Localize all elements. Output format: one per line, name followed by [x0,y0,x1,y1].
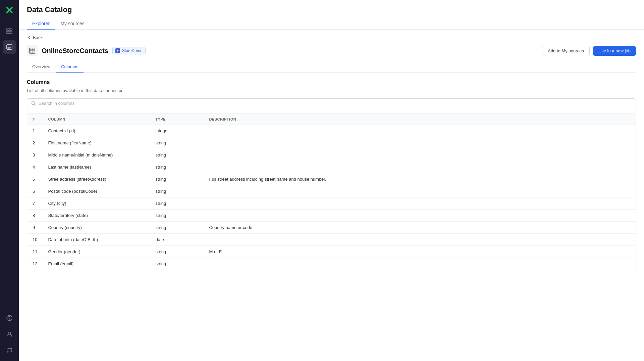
sidebar-item-dashboard[interactable] [3,24,16,38]
table-row: 7City (city)string [27,197,636,210]
cell-description [204,149,636,161]
cell-description [204,125,636,137]
table-row: 2First name (firstName)string [27,137,636,149]
cell-num: 6 [27,185,43,197]
cell-description [204,210,636,222]
cell-description [204,258,636,270]
table-row: 4Last name (lastName)string [27,161,636,173]
header-actions: Add to My sources Use in a new job [542,46,636,56]
cell-description: Country name or code. [204,222,636,234]
col-header-column: COLUMN [43,114,150,125]
table-scroll-container[interactable]: # COLUMN TYPE DESCRIPTION 1Contact id (i… [27,114,636,270]
cell-column: Last name (lastName) [43,161,150,173]
cell-column: Date of birth (dateOfBirth) [43,234,150,246]
cell-description [204,197,636,210]
cell-num: 8 [27,210,43,222]
cell-type: date [150,234,204,246]
nav-tab-my-sources[interactable]: My sources [55,18,90,30]
cell-type: integer [150,125,204,137]
cell-column: State/territory (state) [43,210,150,222]
table-row: 5Stree address (streetAddress)stringFull… [27,173,636,185]
cell-type: string [150,161,204,173]
cell-num: 2 [27,137,43,149]
col-header-num: # [27,114,43,125]
svg-rect-4 [10,31,12,34]
table-row: 9Country (country)stringCountry name or … [27,222,636,234]
table-row: 11Gender (gender)stringM or F [27,246,636,258]
top-header: Data Catalog Explorer My sources [19,0,644,30]
app-logo [3,4,15,16]
cell-description [204,137,636,149]
search-icon [31,101,36,106]
sub-tabs: Overview Columns [27,61,636,73]
sub-tab-overview[interactable]: Overview [27,61,56,73]
cell-description: M or F [204,246,636,258]
svg-rect-3 [7,31,9,34]
search-input[interactable] [39,101,632,106]
nav-tabs: Explorer My sources [27,18,636,29]
cell-num: 4 [27,161,43,173]
cell-num: 11 [27,246,43,258]
cell-column: City (city) [43,197,150,210]
cell-description: Full street address including street nam… [204,173,636,185]
sidebar-bottom [3,311,16,357]
svg-rect-1 [7,28,9,31]
col-header-type: TYPE [150,114,204,125]
cell-column: Email (email) [43,258,150,270]
section-title: Columns [27,79,636,85]
use-in-new-job-button[interactable]: Use in a new job [593,46,636,56]
dataset-title-row: OnlineStoreContacts StoreDemo [27,45,146,56]
sidebar-item-user[interactable] [3,327,16,341]
table-row: 1Contact id (id)integer [27,125,636,137]
cell-type: string [150,137,204,149]
cell-column: Contact id (id) [43,125,150,137]
dataset-icon [27,45,38,56]
dataset-tag-icon [115,48,120,53]
back-arrow-icon [27,35,32,40]
cell-type: string [150,246,204,258]
cell-num: 7 [27,197,43,210]
col-header-description: DESCRIPTION [204,114,636,125]
sub-tab-columns[interactable]: Columns [56,61,84,73]
sidebar-item-help[interactable] [3,311,16,325]
cell-description [204,161,636,173]
section-description: List of all columns available in this da… [27,88,636,93]
table-row: 10Date of birth (dateOfBirth)date [27,234,636,246]
back-button[interactable]: Back [27,35,43,40]
main-content: Data Catalog Explorer My sources Back [19,0,644,361]
search-box [27,98,636,108]
cell-column: Postal code (postalCode) [43,185,150,197]
cell-type: string [150,173,204,185]
page-title: Data Catalog [27,5,636,14]
sidebar-item-catalog[interactable] [3,40,16,54]
cell-num: 9 [27,222,43,234]
add-to-sources-button[interactable]: Add to My sources [542,46,590,56]
cell-description [204,234,636,246]
cell-column: Gender (gender) [43,246,150,258]
dataset-tag: StoreDemo [112,47,146,54]
cell-column: Country (country) [43,222,150,234]
nav-tab-explorer[interactable]: Explorer [27,18,55,30]
dataset-header: OnlineStoreContacts StoreDemo Add to My … [27,45,636,56]
cell-column: Stree address (streetAddress) [43,173,150,185]
table-body: 1Contact id (id)integer2First name (firs… [27,125,636,270]
cell-num: 5 [27,173,43,185]
cell-num: 10 [27,234,43,246]
columns-table-wrapper: # COLUMN TYPE DESCRIPTION 1Contact id (i… [27,114,636,270]
columns-table: # COLUMN TYPE DESCRIPTION 1Contact id (i… [27,114,636,270]
content-area: Back OnlineStoreContacts [19,30,644,361]
cell-num: 1 [27,125,43,137]
cell-type: string [150,222,204,234]
sidebar-item-share[interactable] [3,344,16,357]
svg-rect-5 [7,45,12,49]
cell-num: 12 [27,258,43,270]
table-row: 3Middle name/initial (middleName)string [27,149,636,161]
cell-num: 3 [27,149,43,161]
cell-column: First name (firstName) [43,137,150,149]
svg-point-7 [9,319,10,320]
cell-type: string [150,210,204,222]
cell-type: string [150,258,204,270]
table-row: 8State/territory (state)string [27,210,636,222]
svg-rect-2 [10,28,12,31]
cell-type: string [150,149,204,161]
